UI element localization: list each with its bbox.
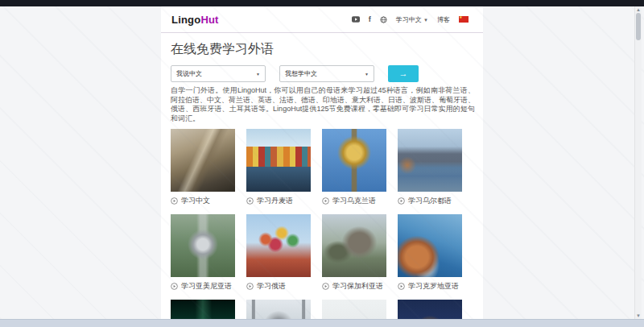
browser-viewport: LingoHut f 学习中文 ▼ 博客 ★ 在 bbox=[0, 0, 644, 327]
course-link[interactable]: 学习亚美尼亚语 bbox=[171, 279, 235, 292]
play-icon bbox=[171, 283, 178, 290]
scrollbar-thumb[interactable] bbox=[636, 13, 641, 40]
course-tile[interactable] bbox=[398, 300, 462, 319]
facebook-icon[interactable]: f bbox=[369, 16, 371, 23]
course-image-aurora[interactable] bbox=[171, 300, 235, 319]
page-title: 在线免费学习外语 bbox=[171, 41, 274, 58]
play-icon bbox=[398, 197, 405, 205]
nav-blog-link[interactable]: 博客 bbox=[437, 15, 450, 24]
course-tile[interactable]: 学习中文 bbox=[171, 129, 235, 207]
course-label: 学习乌尔都语 bbox=[408, 196, 452, 206]
course-label: 学习中文 bbox=[181, 196, 210, 206]
course-tile[interactable]: 学习乌尔都语 bbox=[398, 129, 462, 207]
nav-learn-chinese-label: 学习中文 bbox=[396, 16, 422, 23]
course-link[interactable]: 学习乌尔都语 bbox=[398, 194, 462, 207]
native-language-select[interactable]: 我说中文 ▼ bbox=[171, 65, 266, 82]
course-image-dome-building[interactable] bbox=[246, 300, 311, 319]
course-link[interactable]: 学习俄语 bbox=[246, 279, 311, 292]
course-image-nyhavn[interactable] bbox=[246, 129, 311, 192]
scroll-up-icon[interactable]: ▲ bbox=[635, 7, 642, 12]
course-link[interactable]: 学习中文 bbox=[171, 194, 235, 207]
language-picker-form: 我说中文 ▼ 我想学中文 ▼ → bbox=[171, 65, 419, 82]
course-image-dubrovnik[interactable] bbox=[398, 214, 462, 277]
youtube-icon[interactable] bbox=[352, 16, 360, 23]
course-label: 学习亚美尼亚语 bbox=[181, 281, 232, 292]
chevron-down-icon: ▼ bbox=[423, 18, 428, 23]
course-tile[interactable]: 学习俄语 bbox=[246, 214, 311, 292]
taskbar-strip bbox=[0, 319, 644, 327]
go-button[interactable]: → bbox=[388, 65, 419, 82]
course-link[interactable]: 学习保加利亚语 bbox=[322, 279, 386, 292]
site-header: LingoHut f 学习中文 ▼ 博客 ★ bbox=[161, 6, 483, 33]
scroll-down-icon[interactable]: ▼ bbox=[635, 313, 642, 318]
course-image-parliament-night[interactable] bbox=[398, 300, 462, 319]
globe-icon[interactable] bbox=[380, 16, 387, 23]
course-label: 学习保加利亚语 bbox=[332, 281, 383, 292]
course-label: 学习克罗地亚语 bbox=[408, 281, 459, 292]
play-icon bbox=[246, 283, 254, 290]
course-image-armenian-monastery[interactable] bbox=[171, 214, 235, 277]
logo-text-hut: Hut bbox=[200, 14, 218, 26]
course-image-mountain-lake[interactable] bbox=[398, 129, 462, 192]
header-nav: f 学习中文 ▼ 博客 ★ bbox=[352, 15, 469, 24]
course-grid: 学习中文 学习丹麦语 学习乌克兰语 bbox=[171, 129, 462, 319]
window-top-edge bbox=[0, 0, 644, 6]
course-image-great-wall[interactable] bbox=[171, 129, 235, 192]
course-image-st-basils[interactable] bbox=[246, 214, 311, 277]
course-label: 学习乌克兰语 bbox=[332, 196, 376, 206]
china-flag-icon[interactable]: ★ bbox=[459, 16, 469, 23]
course-image-belogradchik[interactable] bbox=[322, 214, 386, 277]
chevron-down-icon: ▼ bbox=[256, 72, 260, 77]
play-icon bbox=[322, 283, 329, 290]
target-language-select[interactable]: 我想学中文 ▼ bbox=[279, 65, 374, 82]
course-tile[interactable]: 学习亚美尼亚语 bbox=[171, 214, 235, 292]
target-language-value: 我想学中文 bbox=[285, 69, 317, 78]
course-tile[interactable]: 学习丹麦语 bbox=[246, 129, 311, 207]
vertical-scrollbar[interactable]: ▲ ▼ bbox=[634, 6, 642, 319]
play-icon bbox=[246, 197, 254, 205]
course-tile[interactable] bbox=[246, 300, 311, 319]
lingohut-logo[interactable]: LingoHut bbox=[171, 14, 219, 26]
course-link[interactable]: 学习丹麦语 bbox=[246, 194, 311, 207]
native-language-value: 我说中文 bbox=[176, 69, 202, 78]
course-image-gaudi-towers[interactable] bbox=[322, 300, 386, 319]
course-label: 学习俄语 bbox=[257, 281, 286, 292]
intro-paragraph: 自学一门外语。使用LingoHut，你可以用自己的母语来学习超过45种语言，例如… bbox=[171, 86, 475, 123]
play-icon bbox=[322, 197, 329, 205]
course-tile[interactable] bbox=[322, 300, 386, 319]
course-image-kyiv-monument[interactable] bbox=[322, 129, 386, 192]
flag-star: ★ bbox=[459, 15, 462, 19]
course-tile[interactable]: 学习乌克兰语 bbox=[322, 129, 386, 207]
page-background: LingoHut f 学习中文 ▼ 博客 ★ 在 bbox=[0, 6, 644, 319]
course-link[interactable]: 学习克罗地亚语 bbox=[398, 279, 462, 292]
course-tile[interactable]: 学习保加利亚语 bbox=[322, 214, 386, 292]
course-link[interactable]: 学习乌克兰语 bbox=[322, 194, 386, 207]
play-icon bbox=[171, 197, 178, 205]
nav-learn-chinese-menu[interactable]: 学习中文 ▼ bbox=[396, 15, 428, 24]
course-tile[interactable]: 学习克罗地亚语 bbox=[398, 214, 462, 292]
course-label: 学习丹麦语 bbox=[257, 196, 293, 206]
course-tile[interactable] bbox=[171, 300, 235, 319]
play-icon bbox=[398, 283, 405, 290]
chevron-down-icon: ▼ bbox=[365, 72, 369, 77]
logo-text-lingo: Lingo bbox=[171, 14, 200, 26]
